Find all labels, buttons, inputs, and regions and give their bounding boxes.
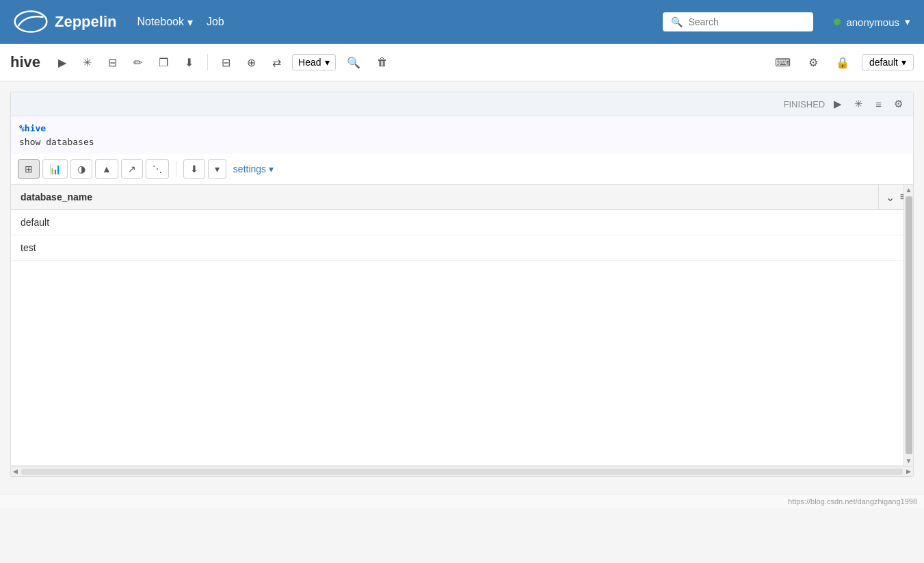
user-online-indicator <box>834 18 841 25</box>
scatter-chart-button[interactable]: ⋱ <box>146 159 169 179</box>
column-header: database_name <box>11 185 878 209</box>
cell-status-text: FINISHED <box>784 99 826 109</box>
table-scroll-container[interactable]: default test <box>11 210 913 466</box>
viz-separator <box>176 161 176 177</box>
logo-text: Zeppelin <box>55 13 116 31</box>
code-line-1: %hive <box>19 122 905 135</box>
nav-notebook[interactable]: Notebook ▾ <box>137 16 193 29</box>
keyboard-shortcut-button[interactable]: ⌨ <box>769 53 796 73</box>
notebook-info-button[interactable]: ⊟ <box>216 53 236 73</box>
search-input[interactable] <box>688 16 805 27</box>
area-chart-button[interactable]: ▲ <box>95 159 118 179</box>
line-chart-button[interactable]: ↗ <box>121 159 143 179</box>
row-cell-test: test <box>11 235 913 261</box>
row-cell-default: default <box>11 210 913 235</box>
header-nav: Notebook ▾ Job <box>137 16 642 29</box>
scroll-thumb[interactable] <box>906 196 912 454</box>
code-line-2: show databases <box>19 135 905 149</box>
search-in-notebook-button[interactable]: 🔍 <box>341 53 366 73</box>
add-paragraph-button[interactable]: ⊕ <box>241 53 261 73</box>
pie-chart-button[interactable]: ◑ <box>70 159 92 179</box>
status-url: https://blog.csdn.net/dangzhigang1998 <box>788 497 917 506</box>
horizontal-scroll-track <box>21 469 903 475</box>
download-button[interactable]: ⬇ <box>183 159 205 179</box>
result-table: default test <box>11 210 913 466</box>
lock-button[interactable]: 🔒 <box>830 53 855 73</box>
settings-toggle-button[interactable]: settings ▾ <box>233 163 274 174</box>
clone-button[interactable]: ❐ <box>153 53 174 73</box>
toolbar-separator-1 <box>207 54 208 70</box>
main-content: FINISHED ▶ ✳ ≡ ⚙ %hive show databases ⊞ … <box>0 81 924 494</box>
run-all-button[interactable]: ✳ <box>77 53 97 73</box>
search-container: 🔍 <box>663 12 813 31</box>
user-dropdown-icon: ▾ <box>905 16 910 28</box>
settings-label: settings <box>233 163 266 174</box>
settings-icon-button[interactable]: ⚙ <box>803 53 823 73</box>
search-box[interactable]: 🔍 <box>663 12 813 31</box>
switch-button[interactable]: ⇄ <box>267 53 287 73</box>
search-icon: 🔍 <box>671 16 683 27</box>
cell-show-code-button[interactable]: ≡ <box>872 97 885 112</box>
bar-chart-button[interactable]: 📊 <box>42 159 68 179</box>
download-dropdown-button[interactable]: ▾ <box>208 159 226 179</box>
cell-settings-button[interactable]: ⚙ <box>890 96 906 112</box>
export-button[interactable]: ⬇ <box>179 53 199 73</box>
nav-job[interactable]: Job <box>207 16 224 29</box>
run-button[interactable]: ▶ <box>53 53 72 73</box>
result-area: database_name ⌄ ≡ default test <box>11 185 913 466</box>
show-hide-button[interactable]: ⊟ <box>103 53 122 73</box>
svg-point-0 <box>15 12 47 32</box>
head-dropdown[interactable]: Head ▾ <box>292 54 335 70</box>
cell-status-area: FINISHED ▶ ✳ ≡ ⚙ <box>784 96 906 112</box>
notebook-toolbar: hive ▶ ✳ ⊟ ✏ ❐ ⬇ ⊟ ⊕ ⇄ Head ▾ 🔍 🗑 ⌨ ⚙ 🔒 … <box>0 44 924 81</box>
user-name: anonymous <box>846 16 899 28</box>
user-menu[interactable]: anonymous ▾ <box>834 16 910 28</box>
table-viz-button[interactable]: ⊞ <box>18 159 40 179</box>
table-row-empty <box>11 261 913 466</box>
scroll-left-arrow[interactable]: ◀ <box>11 468 20 475</box>
notebook-title: hive <box>10 53 40 71</box>
trash-button[interactable]: 🗑 <box>371 53 393 72</box>
settings-chevron-icon: ▾ <box>269 163 274 174</box>
cell-stop-button[interactable]: ✳ <box>851 96 867 112</box>
notebook-dropdown-icon: ▾ <box>187 16 193 29</box>
scroll-up-arrow[interactable]: ▲ <box>906 186 912 194</box>
edit-button[interactable]: ✏ <box>128 53 148 73</box>
visualization-toolbar: ⊞ 📊 ◑ ▲ ↗ ⋱ ⬇ ▾ settings ▾ <box>11 154 913 185</box>
head-dropdown-icon: ▾ <box>325 57 330 68</box>
vertical-scrollbar[interactable]: ▲ ▼ <box>903 185 913 466</box>
table-row: test <box>11 235 913 261</box>
cell-code-editor[interactable]: %hive show databases <box>11 116 913 154</box>
zeppelin-logo-icon <box>14 8 48 36</box>
interpreter-dropdown[interactable]: default ▾ <box>862 54 914 70</box>
table-row: default <box>11 210 913 235</box>
column-sort-button[interactable]: ⌄ <box>886 191 895 204</box>
header: Zeppelin Notebook ▾ Job 🔍 anonymous ▾ <box>0 0 924 44</box>
status-bar: https://blog.csdn.net/dangzhigang1998 <box>0 494 924 508</box>
toolbar-right: ⌨ ⚙ 🔒 default ▾ <box>769 53 914 73</box>
head-label: Head <box>298 57 321 68</box>
logo[interactable]: Zeppelin <box>14 8 116 36</box>
notebook-cell: FINISHED ▶ ✳ ≡ ⚙ %hive show databases ⊞ … <box>10 92 914 477</box>
cell-run-button[interactable]: ▶ <box>830 96 845 112</box>
horizontal-scrollbar[interactable]: ◀ ▶ <box>11 466 913 476</box>
scroll-down-arrow[interactable]: ▼ <box>906 457 912 464</box>
default-label: default <box>869 57 898 68</box>
default-dropdown-icon: ▾ <box>901 57 906 68</box>
scroll-right-arrow[interactable]: ▶ <box>904 468 913 475</box>
cell-code-header: FINISHED ▶ ✳ ≡ ⚙ <box>11 92 913 116</box>
